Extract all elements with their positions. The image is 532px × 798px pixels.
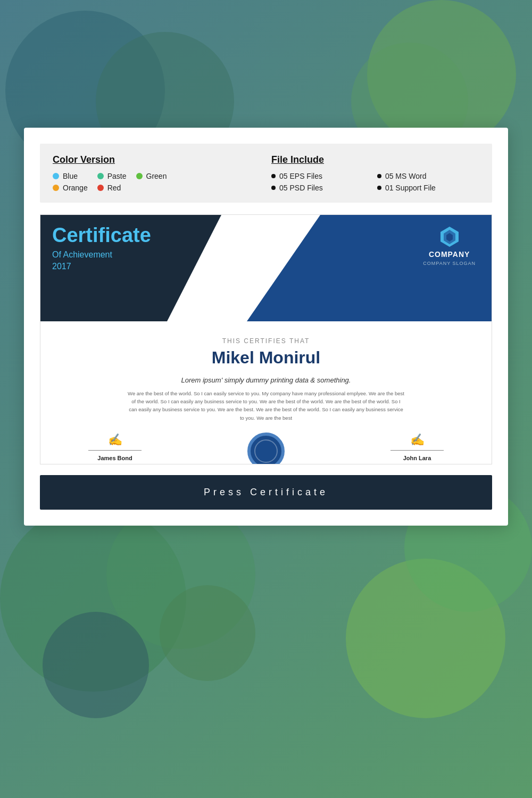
press-bar[interactable]: Press Certificate — [40, 475, 492, 510]
press-bar-label: Press Certificate — [204, 487, 328, 497]
green-dot — [136, 173, 143, 179]
color-orange: Orange — [53, 184, 88, 192]
cert-title: Certificate — [52, 225, 151, 247]
bg-blob-10 — [160, 585, 255, 681]
sig-2-underline — [390, 450, 444, 451]
sig-1-role: Director — [106, 463, 123, 464]
main-card: Color Version Blue Paste Green Orange — [24, 128, 508, 526]
color-green: Green — [136, 172, 167, 180]
cert-seal — [247, 433, 285, 464]
bullet-psd — [271, 186, 276, 190]
paste-dot — [97, 173, 104, 179]
file-ms-word-label: 05 MS Word — [385, 172, 427, 180]
bullet-eps — [271, 174, 276, 178]
color-version-title: Color Version — [53, 154, 261, 165]
company-name: COMPANY — [429, 250, 470, 259]
cert-subtitle: Of Achievement 2017 — [52, 249, 151, 273]
paste-label: Paste — [107, 172, 127, 180]
sig-1-name: James Bond — [97, 455, 132, 461]
color-list: Blue Paste Green Orange Red — [53, 172, 167, 192]
color-red: Red — [97, 184, 127, 192]
file-include-title: File Include — [271, 154, 479, 165]
sig-2-signature: ✍ — [410, 433, 425, 447]
file-psd: 05 PSD Files — [271, 184, 367, 192]
file-eps-label: 05 EPS Files — [279, 172, 322, 180]
bullet-ms-word — [377, 174, 381, 178]
cert-subtitle-line2: 2017 — [52, 262, 71, 271]
blue-dot — [53, 173, 59, 179]
cert-sig-2: ✍ John Lara Chairmen — [390, 433, 444, 464]
cert-signatures: ✍ James Bond Director ✍ John Lara Chairm… — [72, 433, 460, 464]
bg-blob-9 — [43, 612, 149, 718]
sig-1-signature: ✍ — [108, 433, 122, 447]
cert-body-text: We are the best of the world. So I can e… — [128, 389, 404, 422]
file-list: 05 EPS Files 05 MS Word 05 PSD Files 01 … — [271, 172, 479, 192]
cert-subtitle-line1: Of Achievement — [52, 250, 112, 259]
sig-1-underline — [88, 450, 142, 451]
color-blue: Blue — [53, 172, 88, 180]
red-dot — [97, 185, 104, 191]
orange-dot — [53, 185, 59, 191]
file-support: 01 Support File — [377, 184, 479, 192]
file-support-label: 01 Support File — [385, 184, 436, 192]
cert-logo: COMPANY COMPANY SLOGAN — [423, 226, 476, 266]
cert-sig-1: ✍ James Bond Director — [88, 433, 142, 464]
sig-2-name: John Lara — [403, 455, 431, 461]
cert-title-area: Certificate Of Achievement 2017 — [52, 225, 151, 273]
certificate-preview: Certificate Of Achievement 2017 COMPANY … — [40, 214, 492, 464]
color-paste: Paste — [97, 172, 127, 180]
file-include-section: File Include 05 EPS Files 05 MS Word 05 … — [271, 154, 479, 192]
info-section: Color Version Blue Paste Green Orange — [40, 144, 492, 203]
file-eps: 05 EPS Files — [271, 172, 367, 180]
bullet-support — [377, 186, 381, 190]
red-label: Red — [107, 184, 121, 192]
cert-recipient-name: Mikel Monirul — [212, 348, 320, 368]
cert-certifies-text: THIS CERTIFIES THAT — [222, 337, 310, 345]
file-psd-label: 05 PSD Files — [279, 184, 323, 192]
file-ms-word: 05 MS Word — [377, 172, 479, 180]
cert-seal-inner — [254, 439, 278, 463]
green-label: Green — [146, 172, 167, 180]
cert-body: THIS CERTIFIES THAT Mikel Monirul Lorem … — [40, 321, 492, 464]
company-logo-icon — [438, 226, 461, 248]
sig-2-role: Chairmen — [406, 463, 427, 464]
orange-label: Orange — [63, 184, 88, 192]
blue-label: Blue — [63, 172, 78, 180]
color-version-section: Color Version Blue Paste Green Orange — [53, 154, 261, 192]
cert-lorem-text: Lorem ipsum' simply dummy printing data … — [181, 376, 351, 384]
company-slogan: COMPANY SLOGAN — [423, 261, 476, 266]
